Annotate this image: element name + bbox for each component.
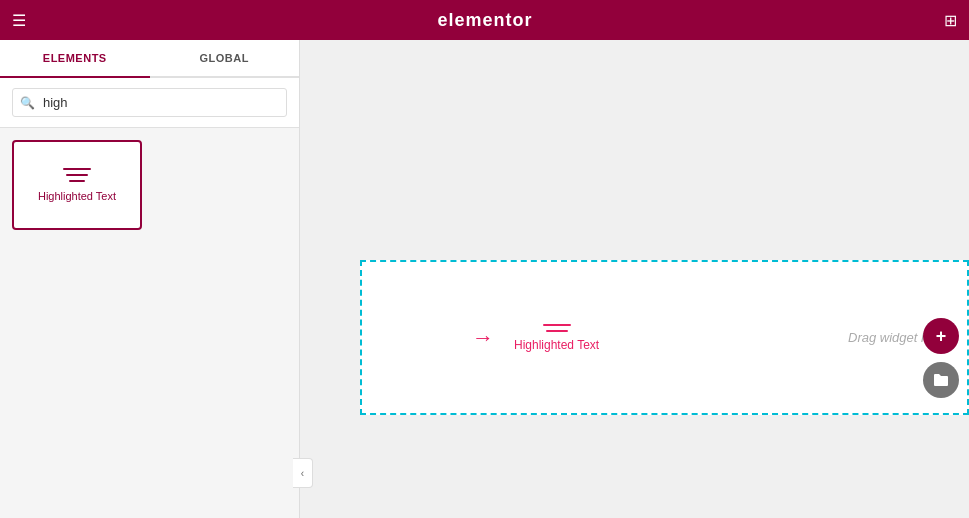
icon-line-1 [63,168,91,170]
folder-icon [933,372,949,388]
app-header: ☰ elementor ⊞ [0,0,969,40]
tab-elements[interactable]: ELEMENTS [0,40,150,78]
widget-highlighted-text[interactable]: Highlighted Text [12,140,142,230]
drop-icon-line-1 [543,324,571,326]
drop-widget-preview: Highlighted Text [514,324,599,352]
folder-button[interactable] [923,362,959,398]
search-container: 🔍 [0,78,299,128]
drop-arrow-icon: → [472,325,494,351]
sidebar: ELEMENTS GLOBAL 🔍 Highlighted Text ‹ [0,40,300,518]
grid-icon[interactable]: ⊞ [944,11,957,30]
widget-highlighted-text-label: Highlighted Text [38,190,116,202]
drop-icon-line-2 [546,330,568,332]
widgets-grid: Highlighted Text [0,128,299,518]
search-wrapper: 🔍 [12,88,287,117]
drop-widget-label: Highlighted Text [514,338,599,352]
icon-line-2 [66,174,88,176]
canvas-area[interactable]: → Highlighted Text Drag widget here + [300,40,969,518]
tab-global[interactable]: GLOBAL [150,40,300,76]
hamburger-icon[interactable]: ☰ [12,11,26,30]
sidebar-tabs: ELEMENTS GLOBAL [0,40,299,78]
sidebar-collapse-button[interactable]: ‹ [293,458,313,488]
widget-highlighted-text-icon [63,168,91,182]
app-logo: elementor [437,10,532,31]
search-icon: 🔍 [20,96,35,110]
drop-widget-icon [543,324,571,332]
add-widget-button[interactable]: + [923,318,959,354]
icon-line-3 [69,180,85,182]
search-input[interactable] [12,88,287,117]
canvas-action-buttons: + [923,318,959,398]
drop-zone[interactable]: → Highlighted Text Drag widget here [360,260,969,415]
main-layout: ELEMENTS GLOBAL 🔍 Highlighted Text ‹ [0,40,969,518]
